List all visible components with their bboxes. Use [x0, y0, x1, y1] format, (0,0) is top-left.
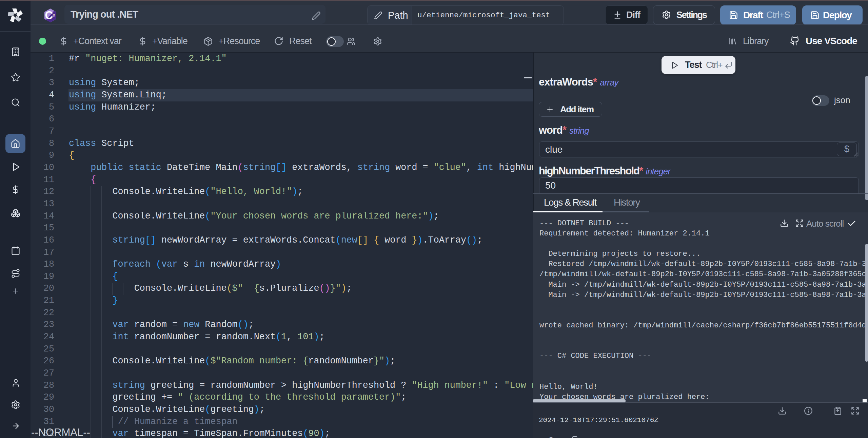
svg-text:C: C: [45, 9, 53, 21]
svg-text:#: #: [52, 13, 55, 18]
